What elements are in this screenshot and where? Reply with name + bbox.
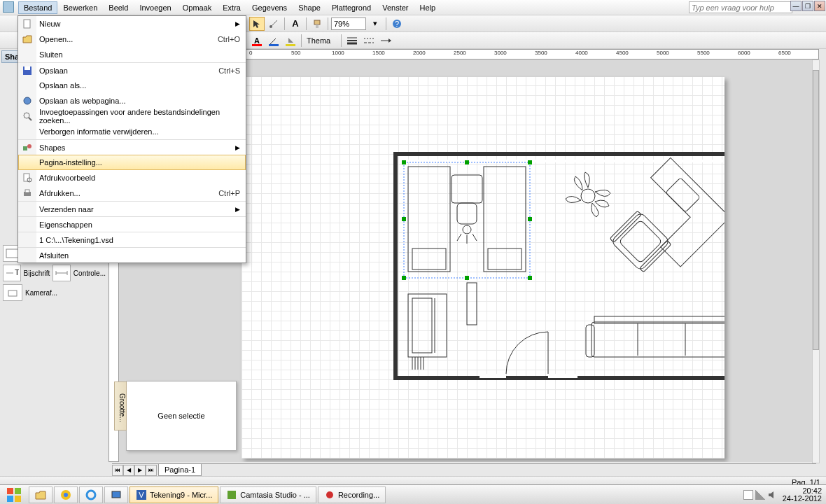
menu-item-pagina-instelling[interactable]: Pagina-instelling... bbox=[18, 155, 246, 170]
format-painter-icon[interactable] bbox=[309, 17, 325, 31]
ie-icon bbox=[85, 489, 97, 500]
minimize-button[interactable]: — bbox=[790, 1, 802, 11]
close-button[interactable]: ✕ bbox=[814, 1, 825, 11]
page-tab-1[interactable]: Pagina-1 bbox=[158, 464, 202, 476]
menu-bestand[interactable]: Bestand bbox=[18, 1, 57, 14]
svg-rect-41 bbox=[611, 212, 671, 272]
menu-item-eigenschappen[interactable]: Eigenschappen bbox=[18, 216, 246, 232]
menu-bewerken[interactable]: Bewerken bbox=[57, 1, 103, 14]
open-icon bbox=[21, 33, 34, 46]
taskbar-recording[interactable]: Recording... bbox=[318, 486, 386, 503]
pointer-tool-icon[interactable] bbox=[249, 17, 265, 31]
page-first-button[interactable]: ⏮ bbox=[112, 465, 123, 476]
menu-beeld[interactable]: Beeld bbox=[103, 1, 134, 14]
panel-tab-grootte[interactable]: Grootte... bbox=[114, 382, 127, 430]
record-icon bbox=[324, 489, 335, 500]
menu-item-nieuw[interactable]: Nieuw▶ bbox=[18, 16, 246, 31]
tray-date[interactable]: 24-12-2012 bbox=[783, 495, 822, 503]
help-icon[interactable]: ? bbox=[389, 17, 405, 31]
menu-help[interactable]: Help bbox=[414, 1, 442, 14]
menu-item-opslaan-als[interactable]: Opslaan als... bbox=[18, 78, 246, 93]
page-next-button[interactable]: ▶ bbox=[134, 465, 146, 476]
camtasia-icon bbox=[226, 489, 237, 500]
selection-status: Geen selectie bbox=[158, 412, 204, 420]
file-menu-dropdown: Nieuw▶ Openen...Ctrl+O Sluiten OpslaanCt… bbox=[18, 15, 246, 263]
shape-bijschrift-icon[interactable]: T bbox=[3, 265, 21, 281]
visio-icon: V bbox=[136, 489, 147, 500]
menu-plattegrond[interactable]: Plattegrond bbox=[326, 1, 377, 14]
saveweb-icon bbox=[21, 94, 34, 107]
svg-point-27 bbox=[463, 225, 471, 234]
svg-point-79 bbox=[64, 493, 68, 497]
svg-point-0 bbox=[270, 25, 272, 28]
taskbar-ie[interactable] bbox=[79, 486, 103, 503]
vertical-scrollbar[interactable] bbox=[812, 59, 820, 463]
svg-rect-19 bbox=[401, 160, 724, 162]
maximize-button[interactable]: ❐ bbox=[802, 1, 813, 11]
start-button[interactable] bbox=[0, 485, 28, 505]
taskbar-camtasia[interactable]: Camtasia Studio - ... bbox=[220, 486, 316, 503]
shape-kameraf-icon[interactable] bbox=[3, 284, 22, 301]
connector-tool-icon[interactable] bbox=[266, 17, 281, 31]
drawing-page[interactable] bbox=[241, 77, 724, 458]
tray-volume-icon[interactable] bbox=[767, 490, 777, 500]
shape-label: Controle... bbox=[74, 270, 106, 277]
svg-point-80 bbox=[87, 491, 95, 499]
menu-gegevens[interactable]: Gegevens bbox=[246, 1, 293, 14]
svg-rect-26 bbox=[457, 203, 477, 224]
page-prev-button[interactable]: ◀ bbox=[123, 465, 134, 476]
fill-color-icon[interactable] bbox=[283, 34, 298, 48]
svg-rect-45 bbox=[408, 294, 447, 357]
svg-point-39 bbox=[581, 189, 595, 203]
page-last-button[interactable]: ⏭ bbox=[146, 465, 157, 476]
menu-item-invoegtoepassingen[interactable]: Invoegtoepassingen voor andere bestandsi… bbox=[18, 108, 246, 124]
svg-rect-68 bbox=[23, 146, 27, 150]
zoom-dropdown-icon[interactable]: ▾ bbox=[368, 17, 383, 31]
taskbar-display[interactable] bbox=[104, 486, 128, 503]
font-color-icon[interactable]: A bbox=[249, 34, 265, 48]
shape-label: Kameraf... bbox=[25, 289, 57, 297]
taskbar-chrome[interactable] bbox=[54, 486, 78, 503]
menu-venster[interactable]: Venster bbox=[377, 1, 414, 14]
menu-extra[interactable]: Extra bbox=[217, 1, 246, 14]
tray-network-icon[interactable] bbox=[755, 490, 765, 500]
help-search-input[interactable] bbox=[689, 1, 792, 13]
svg-rect-24 bbox=[488, 248, 522, 270]
svg-rect-42 bbox=[619, 220, 662, 263]
svg-rect-64 bbox=[24, 66, 30, 70]
line-ends-icon[interactable] bbox=[378, 34, 393, 48]
new-icon bbox=[21, 18, 34, 30]
text-tool-icon[interactable]: A bbox=[288, 17, 303, 31]
zoom-input[interactable]: 79% bbox=[331, 18, 366, 30]
shape-controle-icon[interactable] bbox=[52, 265, 71, 281]
menu-opmaak[interactable]: Opmaak bbox=[177, 1, 218, 14]
menu-item-sluiten[interactable]: Sluiten bbox=[18, 47, 246, 62]
line-color-icon[interactable] bbox=[266, 34, 281, 48]
svg-rect-18 bbox=[396, 154, 724, 378]
save-icon bbox=[21, 64, 34, 77]
menu-item-recent-1[interactable]: 1 C:\...\Tekening1.vsd bbox=[18, 232, 246, 247]
menu-item-openen[interactable]: Openen...Ctrl+O bbox=[18, 31, 246, 47]
menu-item-verzenden[interactable]: Verzenden naar▶ bbox=[18, 201, 246, 216]
menu-item-afdrukvoorbeeld[interactable]: Afdrukvoorbeeld bbox=[18, 170, 246, 186]
menu-item-verborgen-info[interactable]: Verborgen informatie verwijderen... bbox=[18, 124, 246, 139]
tray-time[interactable]: 20:42 bbox=[783, 487, 822, 495]
theme-selector[interactable]: Thema bbox=[304, 34, 338, 47]
print-icon bbox=[21, 187, 34, 200]
line-weight-icon[interactable] bbox=[344, 34, 360, 48]
menu-shape[interactable]: Shape bbox=[293, 1, 326, 14]
menu-item-opslaan-webpagina[interactable]: Opslaan als webpagina... bbox=[18, 93, 246, 108]
shapes-icon bbox=[21, 141, 34, 154]
explorer-icon bbox=[35, 489, 46, 500]
menu-item-afsluiten[interactable]: Afsluiten bbox=[18, 247, 246, 262]
size-position-panel[interactable]: Grootte... Geen selectie bbox=[126, 381, 237, 451]
menu-item-shapes[interactable]: Shapes▶ bbox=[18, 139, 246, 155]
svg-rect-70 bbox=[24, 174, 29, 181]
taskbar-explorer[interactable] bbox=[29, 486, 52, 503]
tray-flag-icon[interactable] bbox=[743, 490, 753, 500]
taskbar-visio[interactable]: VTekening9 - Micr... bbox=[130, 486, 218, 503]
menu-invoegen[interactable]: Invoegen bbox=[134, 1, 176, 14]
menu-item-afdrukken[interactable]: Afdrukken...Ctrl+P bbox=[18, 186, 246, 201]
menu-item-opslaan[interactable]: OpslaanCtrl+S bbox=[18, 62, 246, 78]
line-pattern-icon[interactable] bbox=[361, 34, 377, 48]
